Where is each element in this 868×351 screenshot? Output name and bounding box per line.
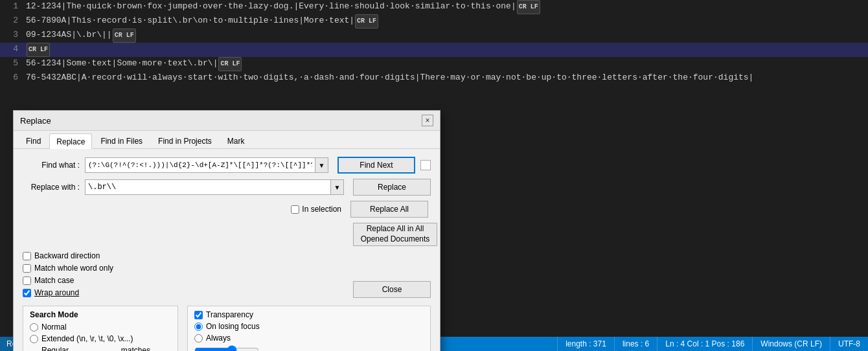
backward-direction-checkbox[interactable] bbox=[23, 252, 31, 260]
extended-radio[interactable] bbox=[30, 335, 38, 343]
tab-find[interactable]: Find bbox=[19, 133, 48, 148]
status-length: length : 371 bbox=[557, 337, 614, 351]
always-row: Always bbox=[194, 334, 424, 343]
on-losing-focus-label: On losing focus bbox=[206, 322, 260, 331]
transparency-slider[interactable] bbox=[194, 345, 259, 351]
transparency-section: Transparency On losing focus Always bbox=[187, 306, 431, 351]
line-number-2: 2 bbox=[3, 14, 18, 27]
in-selection-label[interactable]: In selection bbox=[291, 205, 341, 214]
line-content-5: 56-1234|Some·text|Some·more·text\.br\|CR… bbox=[26, 57, 242, 71]
replace-dialog: Replace × Find Replace Find in Files Fin… bbox=[13, 110, 440, 351]
replace-with-row: Replace with : ▼ Replace bbox=[23, 179, 431, 196]
crlf-badge-3: CR LF bbox=[113, 28, 136, 43]
line-content-6: 76-5432ABC|A·record·will·always·start·wi… bbox=[26, 71, 753, 84]
dialog-title: Replace bbox=[20, 116, 51, 126]
tab-mark[interactable]: Mark bbox=[220, 133, 252, 148]
match-case-checkbox[interactable] bbox=[23, 277, 31, 285]
line-6: 6 76-5432ABC|A·record·will·always·start·… bbox=[0, 71, 868, 84]
search-mode-box: Search Mode Normal Extended (\n, \r, \t,… bbox=[23, 306, 178, 351]
on-losing-focus-row: On losing focus bbox=[194, 322, 424, 331]
replace-input-wrapper: ▼ bbox=[85, 179, 344, 195]
wrap-around-checkbox[interactable] bbox=[23, 289, 31, 297]
tab-find-in-files[interactable]: Find in Files bbox=[93, 133, 150, 148]
backward-direction-row: Backward direction bbox=[23, 251, 353, 260]
match-whole-word-label: Match whole word only bbox=[34, 264, 113, 273]
line-content-3: 09-1234AS|\.br\||CR LF bbox=[26, 28, 136, 43]
wrap-around-label: Wrap around bbox=[34, 288, 79, 297]
dialog-body: Find what : ▼ Find Next Replace with : ▼… bbox=[14, 149, 440, 351]
replace-with-input[interactable] bbox=[85, 179, 331, 195]
transparency-checkbox[interactable] bbox=[194, 311, 203, 319]
line-number-5: 5 bbox=[3, 57, 18, 70]
normal-radio[interactable] bbox=[30, 323, 38, 332]
in-selection-checkbox[interactable] bbox=[291, 205, 299, 214]
crlf-badge-5: CR LF bbox=[218, 57, 242, 71]
line-content-4: CR LF bbox=[26, 43, 50, 57]
line-2: 2 56-7890A|This·record·is·split\.br\on·t… bbox=[0, 14, 868, 28]
options-and-close: Backward direction Match whole word only… bbox=[23, 251, 431, 300]
status-right: length : 371 lines : 6 Ln : 4 Col : 1 Po… bbox=[557, 337, 868, 351]
search-mode-header: Search Mode bbox=[30, 310, 171, 319]
crlf-badge-1: CR LF bbox=[517, 0, 540, 14]
tab-replace[interactable]: Replace bbox=[49, 133, 92, 149]
tab-find-in-projects[interactable]: Find in Projects bbox=[151, 133, 219, 148]
line-5: 5 56-1234|Some·text|Some·more·text\.br\|… bbox=[0, 57, 868, 71]
find-what-input[interactable] bbox=[85, 157, 315, 173]
line-number-3: 3 bbox=[3, 28, 18, 41]
dialog-close-button[interactable]: × bbox=[422, 115, 433, 126]
extended-radio-row: Extended (\n, \r, \t, \0, \x...) bbox=[30, 334, 171, 343]
always-radio[interactable] bbox=[194, 334, 203, 343]
find-next-checkbox[interactable] bbox=[420, 160, 431, 170]
always-label: Always bbox=[206, 334, 231, 343]
matches-newline-label[interactable]: . matches newline bbox=[106, 346, 171, 351]
status-charset: UTF-8 bbox=[830, 337, 868, 351]
crlf-badge-2: CR LF bbox=[355, 14, 378, 28]
replace-all-button[interactable]: Replace All bbox=[350, 201, 428, 218]
backward-direction-label: Backward direction bbox=[34, 251, 100, 260]
status-position: Ln : 4 Col : 1 Pos : 186 bbox=[657, 337, 752, 351]
replace-with-dropdown-button[interactable]: ▼ bbox=[331, 179, 344, 195]
line-1: 1 12-1234|The·quick·brown·fox·jumped·ove… bbox=[0, 0, 868, 14]
dialog-tabs: Find Replace Find in Files Find in Proje… bbox=[14, 131, 440, 149]
replace-with-label: Replace with : bbox=[23, 183, 80, 192]
status-encoding: Windows (CR LF) bbox=[752, 337, 830, 351]
status-lines: lines : 6 bbox=[614, 337, 657, 351]
line-content-2: 56-7890A|This·record·is·split\.br\on·to·… bbox=[26, 14, 378, 28]
normal-label: Normal bbox=[41, 323, 67, 332]
wrap-around-row: Wrap around bbox=[23, 288, 353, 297]
find-next-button[interactable]: Find Next bbox=[337, 157, 415, 174]
transparency-slider-container bbox=[194, 345, 424, 351]
in-selection-row: In selection Replace All bbox=[23, 201, 431, 218]
line-number-4: 4 bbox=[3, 43, 18, 56]
crlf-badge-4: CR LF bbox=[27, 43, 50, 57]
match-case-row: Match case bbox=[23, 276, 353, 285]
normal-radio-row: Normal bbox=[30, 323, 171, 332]
options-area: Backward direction Match whole word only… bbox=[23, 251, 353, 300]
on-losing-focus-radio[interactable] bbox=[194, 323, 203, 331]
replace-all-opened-row: Replace All in All Opened Documents bbox=[23, 223, 431, 246]
regex-label: Regular expression bbox=[41, 346, 101, 351]
extended-label: Extended (\n, \r, \t, \0, \x...) bbox=[41, 334, 133, 343]
close-button[interactable]: Close bbox=[353, 281, 431, 298]
line-number-1: 1 bbox=[3, 0, 18, 13]
transparency-label: Transparency bbox=[206, 310, 253, 319]
match-whole-word-checkbox[interactable] bbox=[23, 264, 31, 273]
find-what-row: Find what : ▼ Find Next bbox=[23, 157, 431, 174]
match-case-label: Match case bbox=[34, 276, 74, 285]
replace-button[interactable]: Replace bbox=[353, 179, 431, 196]
match-whole-word-row: Match whole word only bbox=[23, 264, 353, 273]
find-what-dropdown-button[interactable]: ▼ bbox=[315, 157, 328, 173]
dialog-title-bar: Replace × bbox=[14, 111, 440, 131]
line-4: 4 CR LF bbox=[0, 43, 868, 57]
line-3: 3 09-1234AS|\.br\||CR LF bbox=[0, 28, 868, 43]
regex-radio-row: Regular expression . matches newline bbox=[30, 346, 171, 351]
bottom-section: Search Mode Normal Extended (\n, \r, \t,… bbox=[23, 306, 431, 351]
transparency-box: Transparency On losing focus Always bbox=[187, 306, 431, 351]
replace-all-opened-button[interactable]: Replace All in All Opened Documents bbox=[353, 223, 437, 246]
line-content-1: 12-1234|The·quick·brown·fox·jumped·over·… bbox=[26, 0, 540, 14]
find-input-wrapper: ▼ bbox=[85, 157, 328, 173]
editor-area: 1 12-1234|The·quick·brown·fox·jumped·ove… bbox=[0, 0, 868, 84]
find-what-label: Find what : bbox=[23, 161, 80, 170]
transparency-header: Transparency bbox=[194, 310, 424, 319]
line-number-6: 6 bbox=[3, 71, 18, 84]
